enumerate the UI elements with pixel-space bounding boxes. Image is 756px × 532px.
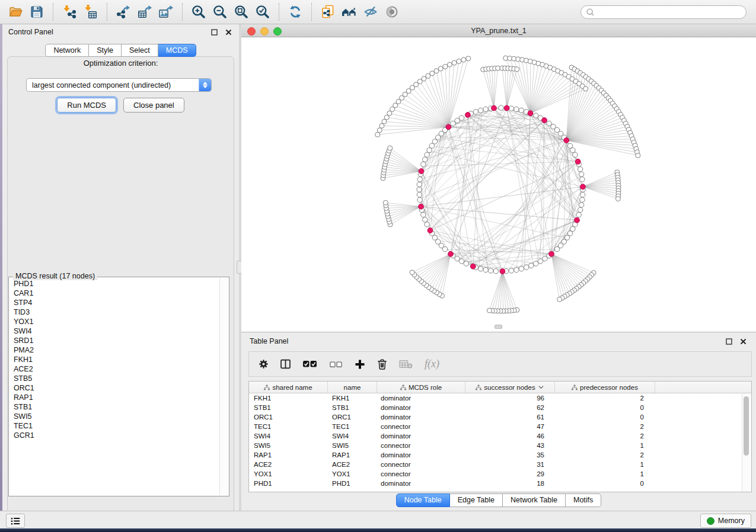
- mcds-result-item[interactable]: PMA2: [9, 345, 218, 355]
- tab-network[interactable]: Network: [45, 44, 89, 57]
- save-session-button[interactable]: [26, 2, 47, 22]
- zoom-in-button[interactable]: [188, 2, 209, 22]
- column-header-MCDS-role[interactable]: MCDS role: [377, 382, 465, 393]
- cell[interactable]: SWI5: [327, 442, 376, 449]
- cell[interactable]: 18: [464, 480, 553, 487]
- show-details-button[interactable]: [381, 2, 403, 22]
- search-input[interactable]: [595, 7, 746, 18]
- tab-edge-table[interactable]: Edge Table: [450, 493, 503, 507]
- table-row[interactable]: SWI5SWI5connector431: [249, 441, 751, 450]
- mcds-result-item[interactable]: STB1: [9, 402, 218, 412]
- import-network-button[interactable]: [59, 2, 80, 22]
- unselect-all-icon[interactable]: [329, 360, 343, 368]
- float-window-icon[interactable]: [209, 28, 219, 36]
- cell[interactable]: 2: [553, 432, 652, 440]
- hide-details-button[interactable]: [360, 2, 381, 22]
- column-header-predecessor-nodes[interactable]: predecessor nodes: [555, 382, 655, 393]
- mcds-result-item[interactable]: CAR1: [9, 289, 218, 298]
- import-table-button[interactable]: [80, 2, 101, 22]
- cell[interactable]: dominator: [376, 404, 464, 411]
- open-file-button[interactable]: [5, 2, 26, 22]
- cell[interactable]: 1: [553, 442, 652, 449]
- mcds-result-item[interactable]: TID3: [9, 307, 218, 317]
- cell[interactable]: 62: [464, 404, 553, 411]
- cell[interactable]: PHD1: [249, 480, 327, 487]
- cell[interactable]: dominator: [376, 480, 464, 487]
- cell[interactable]: dominator: [376, 451, 464, 459]
- cell[interactable]: FKH1: [327, 395, 376, 402]
- ndex-share-button[interactable]: [317, 2, 339, 22]
- run-mcds-button[interactable]: Run MCDS: [57, 98, 116, 113]
- cell[interactable]: YOX1: [249, 470, 327, 477]
- cell[interactable]: ORC1: [249, 414, 327, 421]
- criterion-dropdown[interactable]: largest connected component (undirected): [26, 78, 212, 92]
- refresh-layout-button[interactable]: [285, 2, 306, 22]
- cell[interactable]: ORC1: [327, 414, 376, 421]
- mcds-result-item[interactable]: FKH1: [9, 355, 218, 364]
- cell[interactable]: PHD1: [327, 480, 376, 487]
- zoom-fit-button[interactable]: [231, 2, 252, 22]
- cell[interactable]: 0: [553, 404, 652, 411]
- table-scrollbar-thumb[interactable]: [744, 396, 749, 456]
- tab-style[interactable]: Style: [89, 44, 122, 57]
- close-panel-button[interactable]: Close panel: [123, 98, 184, 113]
- task-history-button[interactable]: [6, 514, 25, 528]
- splitter-handle[interactable]: [495, 325, 502, 329]
- cell[interactable]: dominator: [376, 414, 464, 421]
- cell[interactable]: STB1: [327, 404, 376, 411]
- table-row[interactable]: YOX1YOX1connector291: [249, 469, 751, 479]
- table-row[interactable]: ORC1ORC1dominator610: [249, 412, 751, 422]
- network-home-button[interactable]: [339, 2, 360, 22]
- cell[interactable]: ACE2: [327, 461, 376, 468]
- cell[interactable]: 2: [553, 423, 652, 430]
- add-column-icon[interactable]: [355, 359, 365, 370]
- cell[interactable]: connector: [376, 461, 464, 468]
- column-icon[interactable]: [280, 359, 291, 369]
- mcds-result-item[interactable]: RAP1: [9, 393, 218, 402]
- cell[interactable]: 1: [553, 470, 652, 477]
- table-scrollbar[interactable]: [742, 393, 751, 492]
- cell[interactable]: RAP1: [249, 451, 327, 459]
- export-network-button[interactable]: [113, 2, 134, 22]
- close-window-icon[interactable]: [247, 27, 256, 36]
- cell[interactable]: 31: [464, 461, 553, 468]
- cell[interactable]: SWI4: [249, 432, 327, 440]
- table-row[interactable]: STB1STB1dominator620: [249, 403, 751, 412]
- table-row[interactable]: ACE2ACE2connector311: [249, 460, 751, 469]
- mcds-list-scrollbar[interactable]: [219, 278, 228, 495]
- cell[interactable]: STB1: [249, 404, 327, 411]
- column-header-name[interactable]: name: [328, 382, 377, 393]
- close-panel-icon[interactable]: [224, 28, 233, 36]
- table-row[interactable]: FKH1FKH1dominator962: [249, 393, 751, 403]
- cell[interactable]: dominator: [376, 432, 464, 440]
- tab-mcds[interactable]: MCDS: [158, 44, 196, 57]
- mcds-result-item[interactable]: YOX1: [9, 317, 218, 326]
- cell[interactable]: ACE2: [249, 461, 327, 468]
- memory-button[interactable]: Memory: [700, 514, 751, 528]
- cell[interactable]: 2: [553, 451, 652, 459]
- network-window-titlebar[interactable]: YPA_prune.txt_1: [241, 24, 756, 37]
- maximize-window-icon[interactable]: [273, 27, 282, 36]
- cell[interactable]: SWI4: [327, 432, 376, 440]
- cell[interactable]: SWI5: [249, 442, 327, 449]
- cell[interactable]: TEC1: [249, 423, 327, 430]
- cell[interactable]: 1: [553, 461, 652, 468]
- table-row[interactable]: RAP1RAP1dominator352: [249, 450, 751, 460]
- export-table-button[interactable]: [134, 2, 155, 22]
- cell[interactable]: 96: [464, 395, 553, 402]
- select-all-icon[interactable]: [302, 360, 317, 368]
- minimize-window-icon[interactable]: [260, 27, 269, 36]
- table-row[interactable]: PHD1PHD1dominator180: [249, 479, 751, 488]
- mcds-result-item[interactable]: ACE2: [9, 364, 218, 374]
- export-image-button[interactable]: [155, 2, 177, 22]
- mcds-result-item[interactable]: SRD1: [9, 336, 218, 345]
- cell[interactable]: connector: [376, 423, 464, 430]
- column-header-successor-nodes[interactable]: successor nodes: [465, 382, 555, 393]
- network-graph[interactable]: [241, 37, 756, 332]
- delete-column-icon[interactable]: [377, 358, 387, 370]
- zoom-out-button[interactable]: [209, 2, 231, 22]
- cell[interactable]: 2: [553, 395, 652, 402]
- mcds-result-item[interactable]: STP4: [9, 298, 218, 307]
- mcds-result-item[interactable]: SWI4: [9, 326, 218, 336]
- cell[interactable]: RAP1: [327, 451, 376, 459]
